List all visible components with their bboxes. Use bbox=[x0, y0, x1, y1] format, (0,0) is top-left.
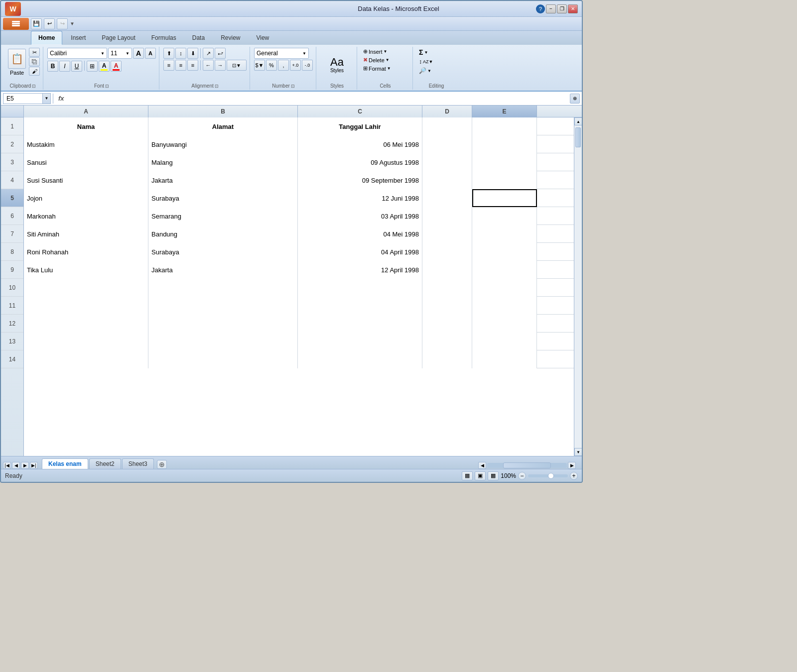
sheet-tab-sheet2[interactable]: Sheet2 bbox=[89, 458, 121, 469]
cell-a4[interactable]: Susi Susanti bbox=[24, 171, 148, 189]
cell-reference-box[interactable]: E5 bbox=[3, 93, 43, 104]
cell-a8[interactable]: Roni Rohanah bbox=[24, 243, 148, 261]
tab-data[interactable]: Data bbox=[185, 31, 212, 45]
number-format-dropdown[interactable]: General ▼ bbox=[254, 48, 309, 59]
cell-e8[interactable] bbox=[472, 243, 537, 261]
cell-d1[interactable] bbox=[422, 117, 472, 135]
format-button[interactable]: ⊞ Format ▼ bbox=[361, 65, 393, 72]
indent-increase-button[interactable]: → bbox=[215, 60, 226, 71]
row-num-12[interactable]: 12 bbox=[1, 315, 23, 333]
office-menu-button[interactable] bbox=[3, 18, 29, 30]
cell-b13[interactable] bbox=[148, 333, 298, 350]
sort-filter-button[interactable]: ↕ AZ▼ bbox=[417, 58, 435, 66]
orientation-button[interactable]: ↗ bbox=[203, 48, 214, 59]
close-button[interactable]: ✕ bbox=[568, 4, 578, 13]
fill-color-button[interactable]: A bbox=[99, 61, 110, 72]
h-scroll-right[interactable]: ▶ bbox=[568, 462, 576, 469]
cell-c3[interactable]: 09 Agustus 1998 bbox=[298, 153, 422, 171]
underline-button[interactable]: U bbox=[71, 61, 82, 72]
row-num-10[interactable]: 10 bbox=[1, 279, 23, 297]
cell-d9[interactable] bbox=[422, 261, 472, 279]
cell-c13[interactable] bbox=[298, 333, 422, 350]
cell-e1[interactable] bbox=[472, 117, 537, 135]
cell-c5[interactable]: 12 Juni 1998 bbox=[298, 189, 422, 207]
cell-b6[interactable]: Semarang bbox=[148, 207, 298, 225]
italic-button[interactable]: I bbox=[59, 61, 70, 72]
delete-button[interactable]: ✖ Delete ▼ bbox=[361, 56, 392, 64]
row-num-14[interactable]: 14 bbox=[1, 350, 23, 368]
font-name-dropdown[interactable]: Calibri ▼ bbox=[47, 48, 107, 59]
cell-b2[interactable]: Banyuwangi bbox=[148, 135, 298, 153]
cell-a13[interactable] bbox=[24, 333, 148, 350]
scrollbar-track[interactable] bbox=[574, 125, 582, 448]
sheet-nav-first[interactable]: |◀ bbox=[3, 462, 11, 469]
vertical-scrollbar[interactable]: ▲ ▼ bbox=[574, 117, 582, 456]
font-color-button[interactable]: A bbox=[111, 61, 122, 72]
cell-b10[interactable] bbox=[148, 279, 298, 297]
sheet-nav-prev[interactable]: ◀ bbox=[12, 462, 20, 469]
office-logo-icon[interactable]: W bbox=[5, 2, 21, 16]
cell-a10[interactable] bbox=[24, 279, 148, 297]
cell-a9[interactable]: Tika Lulu bbox=[24, 261, 148, 279]
cell-b14[interactable] bbox=[148, 350, 298, 368]
cell-b1[interactable]: Alamat bbox=[148, 117, 298, 135]
cut-button[interactable]: ✂ bbox=[29, 48, 40, 57]
cell-a7[interactable]: Siti Aminah bbox=[24, 225, 148, 243]
cell-c12[interactable] bbox=[298, 315, 422, 333]
toolbar-dropdown[interactable]: ▼ bbox=[70, 21, 75, 26]
col-header-d[interactable]: D bbox=[422, 106, 472, 117]
cell-e13[interactable] bbox=[472, 333, 537, 350]
cell-a11[interactable] bbox=[24, 297, 148, 315]
find-select-button[interactable]: 🔎 ▼ bbox=[417, 67, 433, 75]
cell-a2[interactable]: Mustakim bbox=[24, 135, 148, 153]
col-header-a[interactable]: A bbox=[24, 106, 148, 117]
restore-button[interactable]: ❐ bbox=[557, 4, 567, 13]
h-scrollbar-thumb[interactable] bbox=[503, 462, 551, 468]
tab-review[interactable]: Review bbox=[213, 31, 248, 45]
cell-a3[interactable]: Sanusi bbox=[24, 153, 148, 171]
cell-d4[interactable] bbox=[422, 171, 472, 189]
cell-e12[interactable] bbox=[472, 315, 537, 333]
cell-e2[interactable] bbox=[472, 135, 537, 153]
tab-formulas[interactable]: Formulas bbox=[144, 31, 184, 45]
scroll-up-button[interactable]: ▲ bbox=[574, 117, 582, 125]
cell-d3[interactable] bbox=[422, 153, 472, 171]
cell-b9[interactable]: Jakarta bbox=[148, 261, 298, 279]
align-top-button[interactable]: ⬆ bbox=[163, 48, 174, 59]
minimize-button[interactable]: − bbox=[546, 4, 556, 13]
row-num-9[interactable]: 9 bbox=[1, 261, 23, 279]
cell-c9[interactable]: 12 April 1998 bbox=[298, 261, 422, 279]
cell-e4[interactable] bbox=[472, 171, 537, 189]
zoom-slider[interactable] bbox=[528, 474, 568, 477]
cell-e7[interactable] bbox=[472, 225, 537, 243]
align-center-button[interactable]: ≡ bbox=[175, 60, 186, 71]
cell-c2[interactable]: 06 Mei 1998 bbox=[298, 135, 422, 153]
cell-a5[interactable]: Jojon bbox=[24, 189, 148, 207]
normal-view-button[interactable]: ▦ bbox=[462, 471, 473, 480]
cell-d12[interactable] bbox=[422, 315, 472, 333]
sheet-tab-kelas-enam[interactable]: Kelas enam bbox=[42, 458, 88, 469]
border-button[interactable]: ⊞ bbox=[87, 61, 98, 72]
cell-b5[interactable]: Surabaya bbox=[148, 189, 298, 207]
font-expand-icon[interactable]: ⊡ bbox=[105, 84, 109, 89]
cell-c14[interactable] bbox=[298, 350, 422, 368]
redo-button[interactable]: ↪ bbox=[57, 18, 68, 29]
wrap-text-button[interactable]: ⮐ bbox=[215, 48, 226, 59]
sheet-tab-sheet3[interactable]: Sheet3 bbox=[122, 458, 154, 469]
cell-c4[interactable]: 09 September 1998 bbox=[298, 171, 422, 189]
copy-button[interactable]: ⿻ bbox=[29, 57, 40, 66]
h-scroll-left[interactable]: ◀ bbox=[478, 462, 486, 469]
row-num-4[interactable]: 4 bbox=[1, 171, 23, 189]
insert-button[interactable]: ⊕ Insert ▼ bbox=[361, 48, 389, 55]
increase-decimal-button[interactable]: +.0 bbox=[290, 60, 301, 71]
cell-d13[interactable] bbox=[422, 333, 472, 350]
cell-a12[interactable] bbox=[24, 315, 148, 333]
cell-c10[interactable] bbox=[298, 279, 422, 297]
decrease-font-button[interactable]: A bbox=[145, 48, 156, 59]
row-num-6[interactable]: 6 bbox=[1, 207, 23, 225]
cell-e6[interactable] bbox=[472, 207, 537, 225]
row-num-7[interactable]: 7 bbox=[1, 225, 23, 243]
scrollbar-thumb[interactable] bbox=[575, 127, 581, 147]
row-num-1[interactable]: 1 bbox=[1, 117, 23, 135]
cell-b4[interactable]: Jakarta bbox=[148, 171, 298, 189]
